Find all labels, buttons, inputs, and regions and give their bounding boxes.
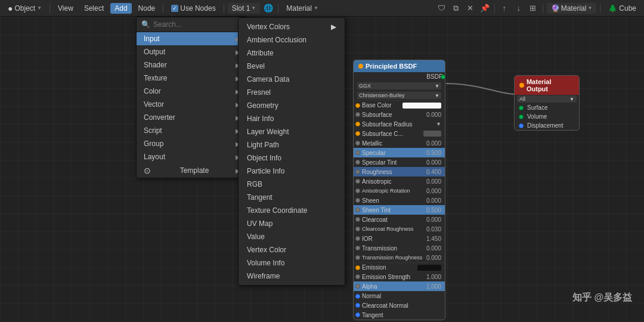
down-icon[interactable]: ↓	[513, 2, 525, 14]
anisotropic-socket[interactable]	[355, 179, 360, 184]
menu-item-input[interactable]: Input ▶	[137, 32, 247, 45]
pin-icon[interactable]: 📌	[479, 2, 491, 14]
clearcoat-socket[interactable]	[355, 217, 360, 222]
tangent-socket[interactable]	[355, 312, 360, 317]
top-toolbar: ● Object ▼ View Select Add Node Use Node…	[0, 0, 644, 17]
copy-icon[interactable]: ⧉	[450, 2, 462, 14]
sub-item-attribute[interactable]: Attribute	[239, 47, 345, 60]
sub-item-ambient-occlusion[interactable]: Ambient Occlusion	[239, 33, 345, 47]
sub-item-fresnel[interactable]: Fresnel	[239, 86, 345, 99]
slot-chevron: ▼	[251, 5, 256, 11]
normal-socket[interactable]	[355, 294, 360, 299]
material-right-chevron: ▼	[587, 5, 592, 11]
sub-item-geometry[interactable]: Geometry	[239, 99, 345, 112]
slot-selector[interactable]: Slot 1 ▼	[228, 3, 261, 14]
subsurface-radius-socket[interactable]	[355, 122, 360, 126]
alpha-socket[interactable]	[355, 284, 360, 289]
material-right-selector[interactable]: 🔮 Material ▼	[547, 3, 597, 14]
output-node-header[interactable]: Material Output	[515, 76, 579, 95]
sub-item-uv-map[interactable]: UV Map	[239, 217, 345, 230]
sub-item-wireframe[interactable]: Wireframe	[239, 270, 345, 283]
menu-item-texture[interactable]: Texture ▶	[137, 72, 247, 85]
clearcoat-roughness-socket[interactable]	[355, 227, 360, 231]
menu-item-color[interactable]: Color ▶	[137, 85, 247, 98]
up-icon[interactable]: ↑	[499, 2, 510, 14]
sub-item-volume-info[interactable]: Volume Info	[239, 256, 345, 270]
sub-item-hair-info[interactable]: Hair Info	[239, 112, 345, 125]
sub-item-camera-data[interactable]: Camera Data	[239, 73, 345, 86]
separator	[49, 4, 50, 13]
node-principled-header[interactable]: Principled BSDF	[354, 60, 445, 72]
sub-item-light-path[interactable]: Light Path	[239, 138, 345, 151]
cb-dropdown[interactable]: Christensen-Burley ▼	[357, 92, 441, 99]
sub-item-object-info[interactable]: Object Info	[239, 151, 345, 165]
subsurface-color-socket[interactable]	[355, 131, 360, 136]
aniso-rot-socket[interactable]	[355, 188, 360, 193]
sub-item-vertex-colors[interactable]: Vertex Colors ▶	[239, 20, 345, 33]
menu-item-converter[interactable]: Converter ▶	[137, 111, 247, 124]
separator3	[224, 4, 224, 13]
specular-tint-socket[interactable]	[355, 160, 360, 165]
sheen-socket[interactable]	[355, 198, 360, 203]
sub-item-vertex-color[interactable]: Vertex Color	[239, 243, 345, 256]
select-menu[interactable]: Select	[80, 3, 108, 14]
transmission-socket[interactable]	[355, 246, 360, 250]
menu-item-output[interactable]: Output ▶	[137, 45, 247, 58]
close-icon[interactable]: ✕	[465, 2, 476, 14]
use-nodes-checkbox[interactable]	[171, 5, 178, 12]
emission-socket[interactable]	[355, 265, 360, 270]
chevron-icon: ▼	[37, 5, 42, 11]
menu-item-shader[interactable]: Shader ▶	[137, 58, 247, 72]
view-menu[interactable]: View	[54, 3, 78, 14]
sheen-tint-socket[interactable]	[355, 208, 360, 212]
clearcoat-normal-socket[interactable]	[355, 303, 360, 308]
ior-socket[interactable]	[355, 236, 360, 241]
menu-item-script[interactable]: Script ▶	[137, 124, 247, 137]
sub-item-value[interactable]: Value	[239, 230, 345, 243]
add-menu[interactable]: Add	[110, 3, 131, 14]
node-editor: 🔍 Input ▶ Output ▶ Shader ▶ Texture ▶ Co…	[0, 17, 644, 322]
output-dropdown-chevron: ▼	[569, 97, 574, 102]
output-dropdown[interactable]: All ▼	[517, 95, 577, 103]
menu-item-vector[interactable]: Vector ▶	[137, 98, 247, 111]
anisotropic-row: Anisotropic 0.000	[354, 177, 445, 186]
emission-swatch[interactable]	[417, 265, 441, 271]
menu-item-layout[interactable]: Layout ▶	[137, 150, 247, 163]
emission-strength-socket[interactable]	[355, 274, 360, 279]
sub-item-particle-info[interactable]: Particle Info	[239, 165, 345, 178]
trans-rough-socket[interactable]	[355, 255, 360, 260]
base-color-swatch[interactable]	[402, 103, 442, 109]
sheen-row: Sheen 0.000	[354, 196, 445, 205]
node-menu[interactable]: Node	[134, 3, 160, 14]
globe-icon[interactable]: 🌐	[262, 2, 274, 14]
use-nodes-toggle[interactable]: Use Nodes	[167, 3, 219, 14]
sub-item-layer-weight[interactable]: Layer Weight	[239, 125, 345, 138]
object-mode-selector[interactable]: ● Object ▼	[4, 2, 46, 14]
menu-item-group[interactable]: Group ▶	[137, 137, 247, 150]
roughness-socket[interactable]	[355, 169, 360, 174]
layout-icon[interactable]: ⊞	[527, 2, 539, 14]
sub-item-tangent[interactable]: Tangent	[239, 191, 345, 204]
right-toolbar: 🛡 ⧉ ✕ 📌 ↑ ↓ ⊞ 🔮 Material ▼ 🌲 Cube	[436, 2, 640, 14]
volume-in-socket[interactable]	[519, 114, 524, 119]
bsdf-socket-out[interactable]	[441, 75, 445, 79]
sub-item-rgb[interactable]: RGB	[239, 178, 345, 191]
emission-row: Emission	[354, 262, 445, 272]
material-slot[interactable]: Material ▼	[282, 3, 323, 14]
sep-right3	[600, 4, 600, 13]
subsurface-socket[interactable]	[355, 112, 360, 117]
metallic-socket[interactable]	[355, 141, 360, 145]
menu-item-template[interactable]: ⊙ Template ▶	[137, 163, 247, 178]
surface-in-socket[interactable]	[519, 106, 524, 110]
sub-item-texture-coordinate[interactable]: Texture Coordinate	[239, 204, 345, 217]
base-color-socket[interactable]	[355, 103, 360, 108]
sub-item-bevel[interactable]: Bevel	[239, 60, 345, 73]
watermark: 知乎 @吴多益	[572, 292, 632, 304]
transmission-row: Transmission 0.000	[354, 243, 445, 253]
search-input[interactable]	[153, 20, 243, 29]
displacement-in-socket[interactable]	[519, 123, 524, 128]
object-name: 🌲 Cube	[604, 3, 640, 14]
ggx-dropdown[interactable]: GGX ▼	[357, 82, 441, 89]
subsurface-color-swatch[interactable]	[423, 131, 441, 137]
specular-socket[interactable]	[355, 150, 360, 155]
